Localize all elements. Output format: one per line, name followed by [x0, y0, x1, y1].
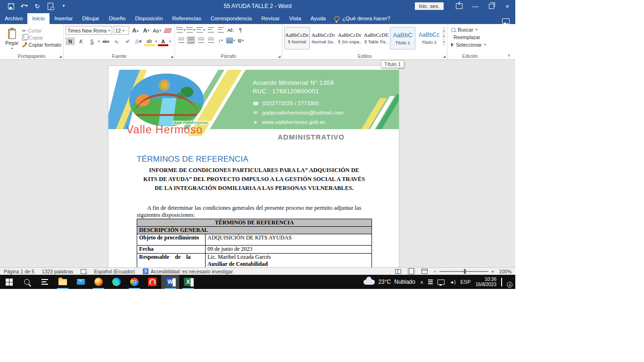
clipboard-dialog-launcher[interactable]: ◢: [59, 55, 62, 58]
strikethrough-button[interactable]: abc: [101, 37, 111, 45]
save-button[interactable]: [7, 2, 15, 10]
tab-archivo[interactable]: Archivo: [0, 13, 27, 24]
styles-gallery-scroll[interactable]: ▴ ▾ ▾: [443, 27, 445, 45]
paragraph-dialog-launcher[interactable]: ◢: [278, 55, 281, 58]
restore-button[interactable]: [483, 0, 499, 12]
underline-button[interactable]: S: [87, 37, 97, 45]
underline-caret-icon[interactable]: ▾: [98, 40, 100, 43]
minimize-button[interactable]: —: [467, 0, 483, 12]
shrink-font-button[interactable]: A▾: [141, 26, 151, 34]
subscript-button[interactable]: x₂: [112, 37, 122, 45]
decrease-indent-button[interactable]: [206, 26, 215, 34]
word-taskbar-button[interactable]: W: [161, 275, 179, 289]
tab-diseno[interactable]: Diseño: [104, 13, 131, 24]
page-indicator[interactable]: Página 1 de 5: [0, 269, 38, 274]
align-left-button[interactable]: [177, 36, 185, 44]
print-preview-button[interactable]: [46, 2, 55, 10]
file-explorer-button[interactable]: [54, 275, 72, 289]
clock[interactable]: 10:36 16/8/2023: [476, 277, 497, 287]
align-right-button[interactable]: [197, 36, 205, 44]
zoom-out-button[interactable]: −: [433, 269, 436, 274]
edge-button[interactable]: [107, 275, 125, 289]
style-normal-sa[interactable]: AaBbCcDc Normal Sa...: [311, 27, 336, 49]
customize-qat-button[interactable]: ▾: [59, 2, 68, 10]
tray-expand-button[interactable]: ∧: [420, 280, 423, 285]
tab-dibujar[interactable]: Dibujar: [77, 13, 104, 24]
italic-button[interactable]: K: [76, 37, 86, 45]
print-layout-button[interactable]: [407, 268, 415, 274]
undo-button[interactable]: ↶▾: [20, 2, 28, 10]
language-indicator[interactable]: Español (Ecuador): [90, 269, 139, 274]
document-area[interactable]: ✺ Valle Hermoso GAD PARROQUIAL Acuerdo M…: [0, 60, 515, 267]
accessibility-status[interactable]: ♿Accesibilidad: es necesario investigar: [139, 268, 237, 274]
shading-button[interactable]: ▾: [226, 36, 235, 44]
tab-correspondencia[interactable]: Correspondencia: [206, 13, 257, 24]
chrome-button[interactable]: [125, 275, 143, 289]
close-button[interactable]: ×: [499, 0, 515, 12]
line-spacing-button[interactable]: ↕▾: [216, 36, 225, 44]
zoom-slider-thumb[interactable]: [464, 269, 466, 274]
read-mode-button[interactable]: [394, 268, 402, 274]
change-case-button[interactable]: Aa▾: [152, 26, 162, 34]
start-button[interactable]: [0, 275, 18, 289]
tab-ayuda[interactable]: Ayuda: [306, 13, 330, 24]
font-color-caret-icon[interactable]: ▾: [169, 40, 171, 43]
highlight-button[interactable]: ab: [145, 37, 154, 45]
select-button[interactable]: Seleccionar▾: [451, 42, 491, 48]
font-color-button[interactable]: A: [158, 37, 168, 45]
redo-button[interactable]: ↻: [33, 2, 41, 10]
volume-button[interactable]: ◄): [449, 280, 455, 285]
taskbar-search-button[interactable]: [18, 275, 36, 289]
find-button[interactable]: Buscar▾: [451, 27, 491, 33]
zoom-slider[interactable]: [439, 271, 488, 272]
grow-font-button[interactable]: A▴: [131, 26, 140, 34]
task-view-button[interactable]: [36, 275, 54, 289]
sign-in-button[interactable]: Inic. ses.: [415, 2, 444, 10]
highlight-caret-icon[interactable]: ▾: [156, 40, 157, 43]
styles-scroll-down-icon[interactable]: ▾: [443, 33, 445, 39]
borders-button[interactable]: ⊞▾: [237, 36, 245, 44]
weather-widget[interactable]: 23°C Nublado: [363, 279, 415, 285]
increase-indent-button[interactable]: [216, 26, 225, 34]
paste-button[interactable]: Pegar ▾: [2, 26, 22, 53]
replace-button[interactable]: Reemplazar: [451, 34, 491, 40]
zoom-percentage[interactable]: 100%: [499, 269, 512, 274]
tab-revisar[interactable]: Revisar: [256, 13, 284, 24]
proofing-errors-button[interactable]: [77, 269, 90, 274]
tab-insertar[interactable]: Insertar: [50, 13, 77, 24]
format-painter-button[interactable]: Copiar formato: [22, 42, 61, 48]
firefox-button[interactable]: [90, 275, 107, 289]
font-size-combo[interactable]: 12▾: [114, 26, 129, 35]
zoom-in-button[interactable]: +: [491, 269, 494, 274]
action-center-button[interactable]: 4: [501, 278, 511, 286]
tray-app-button[interactable]: [428, 280, 433, 284]
style-table-paragraph[interactable]: AaBbCcDE ¶ Table Pa...: [363, 27, 389, 49]
tab-referencias[interactable]: Referencias: [167, 13, 206, 24]
word-count[interactable]: 1323 palabras: [38, 269, 77, 274]
feedback-icon[interactable]: [502, 18, 510, 24]
clear-formatting-button[interactable]: [163, 26, 173, 34]
styles-dialog-launcher[interactable]: ◢: [443, 55, 446, 58]
excel-taskbar-button[interactable]: X: [179, 275, 197, 289]
font-dialog-launcher[interactable]: ◢: [171, 55, 173, 58]
tell-me-box[interactable]: ¿Qué desea hacer?: [330, 13, 394, 24]
acrobat-button[interactable]: [143, 275, 161, 289]
show-marks-button[interactable]: ¶: [236, 26, 245, 34]
sort-button[interactable]: AZ↓: [226, 26, 235, 34]
cut-button[interactable]: ✂Cortar: [22, 28, 61, 33]
numbering-button[interactable]: ▾: [187, 26, 195, 34]
justify-button[interactable]: [206, 36, 215, 44]
font-name-combo[interactable]: Times New Roma▾: [66, 26, 112, 35]
styles-scroll-up-icon[interactable]: ▴: [443, 28, 445, 33]
style-normal[interactable]: AaBbCcDc ¶ Normal: [284, 27, 310, 49]
network-button[interactable]: [438, 280, 445, 285]
superscript-button[interactable]: x²: [123, 37, 132, 45]
document-page[interactable]: ✺ Valle Hermoso GAD PARROQUIAL Acuerdo M…: [108, 66, 399, 267]
tab-inicio[interactable]: Inicio: [27, 13, 50, 24]
bold-button[interactable]: N: [66, 37, 75, 45]
tab-disposicion[interactable]: Disposición: [130, 13, 167, 24]
style-titulo-2[interactable]: AaBbCc Título 2: [416, 27, 442, 49]
text-effects-button[interactable]: A▾: [134, 37, 143, 45]
style-sin-espaciado[interactable]: AaBbCcDc ¶ Sin espa...: [337, 27, 363, 49]
ribbon-display-options-button[interactable]: [451, 0, 467, 12]
